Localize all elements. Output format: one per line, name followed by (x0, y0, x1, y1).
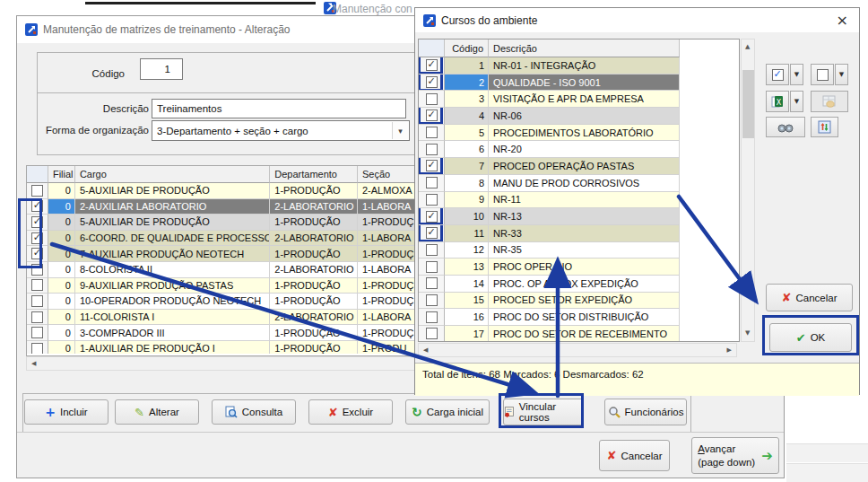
header-cargo[interactable]: Cargo (75, 166, 270, 183)
row-select-cell[interactable] (419, 242, 445, 259)
table-row[interactable]: ✓4NR-06 (419, 108, 739, 125)
close-icon[interactable]: × (837, 13, 848, 28)
funcionarios-button[interactable]: Funcionários (604, 399, 687, 425)
horizontal-scrollbar[interactable]: ◀ ▶ (418, 343, 737, 357)
checkbox-unchecked-icon[interactable] (426, 311, 438, 323)
checkbox-checked-icon[interactable]: ✓ (426, 76, 438, 88)
ok-button[interactable]: ✔ OK (769, 323, 852, 352)
table-row[interactable]: 12NR-35 (419, 242, 739, 259)
codigo-field[interactable]: 1 (140, 58, 183, 80)
checkbox-unchecked-icon[interactable] (31, 343, 43, 354)
row-select-cell[interactable] (27, 325, 48, 341)
row-select-cell[interactable] (419, 276, 445, 293)
checkbox-checked-icon[interactable]: ✓ (426, 227, 438, 239)
table-row[interactable]: 8MANU DE PROD CORROSIVOS (419, 175, 739, 192)
checkbox-checked-icon[interactable]: ✓ (426, 59, 438, 71)
row-select-cell[interactable]: ✓ (27, 215, 48, 231)
unmark-all-button[interactable] (811, 64, 834, 85)
table-row[interactable]: 16PROC DO SETOR DISTRIBUIÇÃO (419, 309, 739, 326)
table-row[interactable]: ✓2QUALIDADE - ISO 9001 (419, 74, 739, 92)
table-row[interactable]: 5PROCEDIMENTOS LABORATÓRIO (419, 125, 739, 142)
checkbox-unchecked-icon[interactable] (31, 327, 43, 338)
chevron-down-icon[interactable]: ▾ (392, 122, 408, 139)
scrollbar-thumb[interactable] (742, 70, 754, 138)
excluir-button[interactable]: ✘ Excluir (308, 399, 393, 425)
row-select-cell[interactable] (27, 341, 48, 354)
checkbox-unchecked-icon[interactable] (31, 295, 43, 307)
cancelar-button[interactable]: ✘ Cancelar (599, 440, 670, 471)
vertical-scrollbar[interactable]: ▲ ▼ (741, 39, 755, 342)
checkbox-unchecked-icon[interactable] (426, 127, 438, 138)
sort-button[interactable] (811, 117, 838, 137)
row-select-cell[interactable] (419, 192, 445, 209)
row-select-cell[interactable]: ✓ (419, 57, 445, 74)
checkbox-checked-icon[interactable]: ✓ (31, 248, 43, 259)
row-select-cell[interactable]: ✓ (27, 231, 48, 247)
checkbox-checked-icon[interactable]: ✓ (426, 160, 438, 171)
row-select-cell[interactable] (27, 262, 48, 278)
row-select-cell[interactable]: ✓ (419, 108, 445, 125)
checkbox-unchecked-icon[interactable] (426, 93, 438, 105)
header-codigo[interactable]: Código (445, 39, 489, 57)
consulta-button[interactable]: Consulta (212, 399, 296, 425)
mark-options-dropdown[interactable]: ▼ (790, 64, 803, 85)
checkbox-checked-icon[interactable]: ✓ (426, 110, 438, 121)
row-select-cell[interactable] (419, 141, 445, 158)
row-select-cell[interactable] (27, 294, 48, 310)
checkbox-unchecked-icon[interactable] (426, 261, 438, 273)
incluir-button[interactable]: + Incluir (24, 399, 108, 425)
export-options-dropdown[interactable]: ▼ (790, 91, 803, 112)
checkbox-unchecked-icon[interactable] (31, 264, 43, 276)
row-select-cell[interactable] (419, 293, 445, 310)
row-select-cell[interactable] (27, 310, 48, 326)
table-row[interactable]: 3VISITAÇÃO E APR DA EMPRESA (419, 91, 739, 108)
row-select-cell[interactable] (419, 259, 445, 276)
scroll-down-icon[interactable]: ▼ (745, 330, 750, 337)
row-select-cell[interactable]: ✓ (419, 208, 445, 225)
scroll-left-icon[interactable]: ◀ (31, 361, 36, 367)
vincular-cursos-button[interactable]: Vincular cursos (503, 399, 584, 425)
table-row[interactable]: ✓11NR-33 (419, 225, 739, 242)
checkbox-checked-icon[interactable]: ✓ (31, 232, 43, 244)
cursos-table[interactable]: Código Descrição ✓1NR-01 - INTEGRAÇÃO✓2Q… (418, 39, 740, 342)
table-row[interactable]: ✓7PROCED OPERAÇÃO PASTAS (419, 158, 739, 175)
checkbox-unchecked-icon[interactable] (31, 279, 43, 291)
header-departamento[interactable]: Departamento (270, 166, 358, 183)
row-select-cell[interactable]: ✓ (419, 158, 445, 175)
checkbox-unchecked-icon[interactable] (426, 277, 438, 289)
table-row[interactable]: 14PROC. OP ALMOX EXPEDIÇÃO (419, 276, 739, 293)
checkbox-unchecked-icon[interactable] (426, 177, 438, 188)
row-select-cell[interactable] (27, 183, 48, 199)
checkbox-unchecked-icon[interactable] (426, 294, 438, 306)
row-select-cell[interactable] (419, 91, 445, 108)
table-row[interactable]: 17PROC DO SETOR DE RECEBIMENTO (419, 326, 739, 342)
checkbox-unchecked-icon[interactable] (426, 328, 438, 339)
row-select-cell[interactable]: ✓ (419, 74, 445, 92)
header-filial[interactable]: Filial (48, 166, 75, 183)
cancelar-button[interactable]: ✘ Cancelar (766, 284, 853, 311)
checkbox-unchecked-icon[interactable] (426, 144, 438, 155)
row-select-cell[interactable]: ✓ (27, 246, 48, 262)
row-select-cell[interactable]: ✓ (419, 225, 445, 242)
checkbox-checked-icon[interactable]: ✓ (426, 211, 438, 223)
row-select-cell[interactable] (27, 278, 48, 294)
table-row[interactable]: 15PROCED SETOR EXPEDIÇÃO (419, 293, 739, 310)
row-select-cell[interactable] (419, 175, 445, 192)
export-excel-button[interactable]: X (766, 91, 789, 112)
scroll-right-icon[interactable]: ▶ (727, 347, 732, 354)
fg-window-titlebar[interactable]: Cursos do ambiente × (415, 8, 859, 32)
row-select-cell[interactable] (419, 326, 445, 342)
forma-organizacao-select[interactable]: 3-Departamento + seção + cargo ▾ (152, 120, 410, 141)
unmark-options-dropdown[interactable]: ▼ (835, 64, 848, 85)
checkbox-unchecked-icon[interactable] (426, 194, 438, 206)
table-row[interactable]: ✓10NR-13 (419, 208, 739, 225)
scroll-up-icon[interactable]: ▲ (745, 44, 750, 50)
table-row[interactable]: 6NR-20 (419, 141, 739, 158)
avancar-button[interactable]: Avançar (page down) ➔ (691, 437, 779, 474)
table-row[interactable]: 13PROC OPER BIO (419, 259, 739, 276)
row-select-cell[interactable] (419, 125, 445, 142)
row-select-cell[interactable]: ✓ (27, 199, 48, 215)
table-row[interactable]: 9NR-11 (419, 192, 739, 209)
row-select-cell[interactable] (419, 309, 445, 326)
table-row[interactable]: ✓1NR-01 - INTEGRAÇÃO (419, 57, 739, 74)
